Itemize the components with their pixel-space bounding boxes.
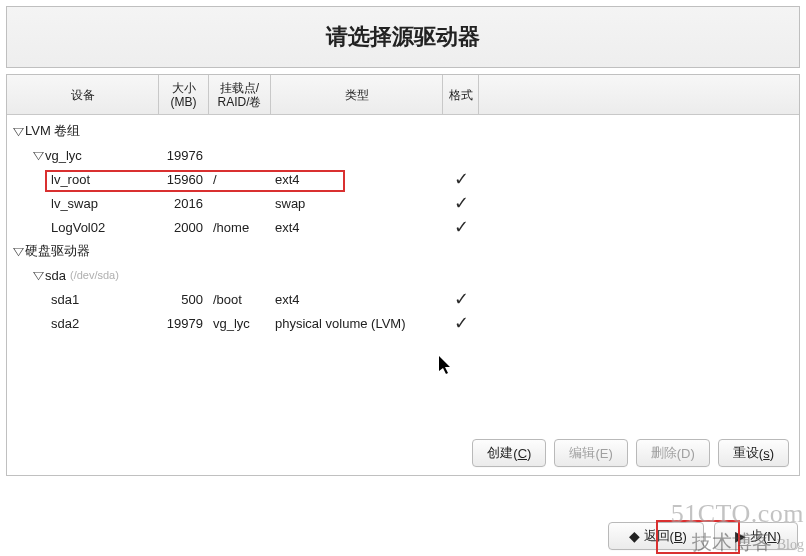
table-row[interactable]: LogVol02 2000 /home ext4 ✓ xyxy=(7,215,799,239)
table-row[interactable]: sda1 500 /boot ext4 ✓ xyxy=(7,287,799,311)
part-mount: /boot xyxy=(209,292,271,307)
part-name: sda2 xyxy=(7,316,159,331)
table-row[interactable]: lv_swap 2016 swap ✓ xyxy=(7,191,799,215)
lv-type: ext4 xyxy=(271,172,443,187)
part-mount: vg_lyc xyxy=(209,316,271,331)
page-title: 请选择源驱动器 xyxy=(326,22,480,52)
vg-row[interactable]: ▽vg_lyc 19976 xyxy=(7,143,799,167)
lv-size: 15960 xyxy=(159,172,209,187)
check-icon: ✓ xyxy=(443,288,479,310)
lv-name: lv_root xyxy=(7,172,159,187)
table-row[interactable]: sda2 19979 vg_lyc physical volume (LVM) … xyxy=(7,311,799,335)
check-icon: ✓ xyxy=(443,192,479,214)
group-hdd[interactable]: ▽硬盘驱动器 xyxy=(7,239,799,263)
table-header: 设备 大小 (MB) 挂载点/ RAID/卷 类型 格式 xyxy=(7,75,799,115)
col-format[interactable]: 格式 xyxy=(443,75,479,114)
group-lvm[interactable]: ▽LVM 卷组 xyxy=(7,119,799,143)
lv-mount: /home xyxy=(209,220,271,235)
create-button[interactable]: 创建(C) xyxy=(472,439,546,467)
delete-button[interactable]: 删除(D) xyxy=(636,439,710,467)
group-label: LVM 卷组 xyxy=(25,122,80,140)
arrow-right-icon: ▶ xyxy=(735,528,746,544)
disk-name: sda xyxy=(45,268,66,283)
cursor-icon xyxy=(439,356,453,376)
check-icon: ✓ xyxy=(443,312,479,334)
part-name: sda1 xyxy=(7,292,159,307)
lv-type: ext4 xyxy=(271,220,443,235)
title-bar: 请选择源驱动器 xyxy=(6,6,800,68)
partition-list-panel: 设备 大小 (MB) 挂载点/ RAID/卷 类型 格式 ▽LVM 卷组 ▽vg… xyxy=(6,74,800,476)
lv-name: LogVol02 xyxy=(7,220,159,235)
col-mount[interactable]: 挂载点/ RAID/卷 xyxy=(209,75,271,114)
col-type[interactable]: 类型 xyxy=(271,75,443,114)
back-button[interactable]: ◆返回 (B) xyxy=(608,522,704,550)
part-size: 500 xyxy=(159,292,209,307)
vg-name: vg_lyc xyxy=(45,148,82,163)
check-icon: ✓ xyxy=(443,168,479,190)
lv-size: 2016 xyxy=(159,196,209,211)
part-type: physical volume (LVM) xyxy=(271,316,443,331)
part-type: ext4 xyxy=(271,292,443,307)
chevron-down-icon: ▽ xyxy=(29,149,47,162)
reset-button[interactable]: 重设(s) xyxy=(718,439,789,467)
vg-size: 19976 xyxy=(159,148,209,163)
col-size[interactable]: 大小 (MB) xyxy=(159,75,209,114)
part-size: 19979 xyxy=(159,316,209,331)
col-device[interactable]: 设备 xyxy=(7,75,159,114)
panel-buttons: 创建(C) 编辑(E) 删除(D) 重设(s) xyxy=(472,439,789,467)
table-body: ▽LVM 卷组 ▽vg_lyc 19976 lv_root 15960 / ex… xyxy=(7,115,799,335)
wizard-nav: ◆返回 (B) ▶步 (N) xyxy=(608,522,798,550)
lv-name: lv_swap xyxy=(7,196,159,211)
lv-type: swap xyxy=(271,196,443,211)
disk-hint: (/dev/sda) xyxy=(70,269,119,281)
next-button[interactable]: ▶步 (N) xyxy=(714,522,798,550)
lv-size: 2000 xyxy=(159,220,209,235)
arrow-left-icon: ◆ xyxy=(629,528,640,544)
chevron-down-icon: ▽ xyxy=(9,125,27,138)
edit-button[interactable]: 编辑(E) xyxy=(554,439,627,467)
group-label: 硬盘驱动器 xyxy=(25,242,90,260)
check-icon: ✓ xyxy=(443,216,479,238)
table-row[interactable]: lv_root 15960 / ext4 ✓ xyxy=(7,167,799,191)
chevron-down-icon: ▽ xyxy=(9,245,27,258)
lv-mount: / xyxy=(209,172,271,187)
chevron-down-icon: ▽ xyxy=(29,269,47,282)
disk-row[interactable]: ▽sda(/dev/sda) xyxy=(7,263,799,287)
